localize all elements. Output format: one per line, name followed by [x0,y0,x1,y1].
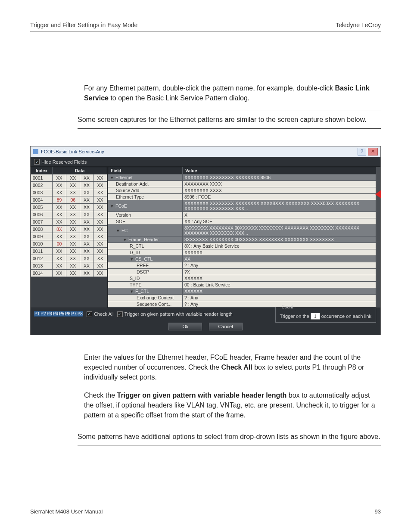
cell-byte[interactable]: XX [93,262,107,270]
cell-byte[interactable]: XX [53,218,66,226]
cell-byte[interactable]: XX [80,226,93,233]
tree-group[interactable]: ▾F_CTLXXXXXX [108,288,380,295]
tree-leaf[interactable]: S_IDXXXXXX [108,275,380,282]
cell-byte[interactable]: XX [93,174,107,182]
data-grid[interactable]: Index Data 0001XXXXXXXX0002XXXXXXXX0003X… [31,167,107,277]
cell-byte[interactable]: XX [93,204,107,211]
tree-leaf[interactable]: Source Add.XXXXXXXX XXXX [108,187,380,194]
cell-byte[interactable]: XX [80,270,93,277]
port-button-p4[interactable]: P4 [53,311,59,317]
expander-icon[interactable]: ▾ [130,289,134,293]
cell-byte[interactable]: XX [53,233,66,240]
help-button[interactable]: ? [358,148,366,156]
tree-leaf[interactable]: Exchange Context? : Any [108,295,380,301]
cell-byte[interactable]: XX [93,211,107,218]
tree-group[interactable]: ▾FCoEXXXXXXXX XXXXXXXX XXXXXXXX XXXX8XXX… [108,200,380,212]
ok-button[interactable]: Ok [168,323,202,330]
variable-header-checkbox[interactable]: ✓ Trigger on given pattern with variable… [117,311,233,317]
field-value[interactable]: ?X [183,269,380,275]
field-value[interactable]: X [183,212,380,218]
cell-byte[interactable]: XX [66,174,80,182]
cell-byte[interactable]: 00 [53,240,66,248]
cell-byte[interactable]: XX [53,211,66,218]
data-row[interactable]: 0014XXXXXXXX [31,270,107,277]
field-value[interactable]: XX [183,256,380,262]
cell-byte[interactable]: XX [80,262,93,270]
cell-byte[interactable]: XX [80,240,93,248]
scrollbar[interactable] [376,167,380,308]
close-button[interactable]: ✕ [368,148,378,156]
cell-byte[interactable]: 06 [66,196,80,204]
cell-byte[interactable]: XX [80,218,93,226]
cell-byte[interactable]: XX [93,248,107,255]
cell-byte[interactable]: XX [53,270,66,277]
data-row[interactable]: 0005XXXXXXXX [31,204,107,211]
tree-group[interactable]: ▾FC8XXXXXXX XXXXXXXX 00XXXXXX XXXXXXXX X… [108,225,380,236]
check-all-checkbox[interactable]: ✓ Check All [87,311,114,317]
tree-group[interactable]: ▾Frame_Header8XXXXXXX XXXXXXXX 00XXXXXX … [108,236,380,243]
field-value[interactable]: 00 : Basic Link Service [183,282,380,288]
expander-icon[interactable]: ▾ [116,229,120,233]
port-button-p1[interactable]: P1 [34,311,40,317]
field-value[interactable]: 8XXXXXXX XXXXXXXX 00XXXXXX XXXXXXXX XXXX… [183,225,380,236]
field-value[interactable]: XXXXXXXX XXXX [183,187,380,194]
cell-byte[interactable]: XX [80,189,93,196]
cell-byte[interactable]: XX [80,204,93,211]
data-row[interactable]: 0012XXXXXXXX [31,255,107,262]
field-value[interactable]: XXXXXXXX XXXXXXXX XXXXXXXX XXXX8XXX XXXX… [183,200,380,212]
cell-byte[interactable]: XX [93,189,107,196]
cell-byte[interactable]: XX [93,218,107,226]
data-row[interactable]: 00088XXXXXXX [31,226,107,233]
cell-byte[interactable]: XX [66,182,80,189]
cell-byte[interactable]: XX [53,248,66,255]
field-tree[interactable]: Field Value ▾EthernetXXXXXXXX XXXXXXXX X… [108,167,380,308]
expander-icon[interactable]: ▾ [130,257,134,261]
port-button-p3[interactable]: P3 [46,311,52,317]
count-input[interactable] [311,313,320,320]
tree-leaf[interactable]: DSCP?X [108,269,380,275]
field-value[interactable]: 8XXXXXXX XXXXXXXX 00XXXXXX XXXXXXXX XXXX… [183,236,380,243]
data-row[interactable]: 0013XXXXXXXX [31,262,107,270]
cell-byte[interactable]: XX [66,270,80,277]
cell-byte[interactable]: XX [66,248,80,255]
tree-leaf[interactable]: TYPE00 : Basic Link Service [108,282,380,288]
cell-byte[interactable]: XX [93,270,107,277]
expander-icon[interactable]: ▾ [110,204,114,208]
port-button-p6[interactable]: P6 [65,311,71,317]
cell-byte[interactable]: XX [66,204,80,211]
cell-byte[interactable]: XX [80,196,93,204]
cell-byte[interactable]: XX [93,182,107,189]
cell-byte[interactable]: XX [80,255,93,262]
port-button-p7[interactable]: P7 [71,311,77,317]
port-button-p5[interactable]: P5 [59,311,65,317]
cancel-button[interactable]: Cancel [209,323,243,330]
field-value[interactable]: 8906 : FCOE [183,194,380,200]
cell-byte[interactable]: XX [66,255,80,262]
tree-leaf[interactable]: D_IDXXXXXX [108,249,380,256]
field-value[interactable]: XXXXXX [183,249,380,256]
tree-leaf[interactable]: VersionX [108,212,380,218]
field-value[interactable]: 8X : Any Basic Link Service [183,243,380,249]
cell-byte[interactable]: XX [66,218,80,226]
cell-byte[interactable]: XX [53,204,66,211]
tree-leaf[interactable]: Destination Add.XXXXXXXX XXXX [108,181,380,187]
tree-group[interactable]: ▾CS_CTLXX [108,256,380,262]
field-value[interactable]: ? : Any [183,295,380,301]
cell-byte[interactable]: XX [66,233,80,240]
cell-byte[interactable]: XX [80,211,93,218]
cell-byte[interactable]: XX [93,240,107,248]
expander-icon[interactable]: ▾ [110,176,114,180]
field-value[interactable]: XXXXXX [183,288,380,295]
field-value[interactable]: XXXXXX [183,275,380,282]
cell-byte[interactable]: 89 [53,196,66,204]
data-row[interactable]: 0002XXXXXXXX [31,182,107,189]
cell-byte[interactable]: XX [66,189,80,196]
field-value[interactable]: XXXXXXXX XXXXXXXX XXXXXXXX 8906 [183,174,380,181]
port-button-p8[interactable]: P8 [77,311,83,317]
data-row[interactable]: 00048906XXXX [31,196,107,204]
data-row[interactable]: 0009XXXXXXXX [31,233,107,240]
field-value[interactable]: XX : Any SOF [183,218,380,225]
data-row[interactable]: 0006XXXXXXXX [31,211,107,218]
tree-group[interactable]: ▾EthernetXXXXXXXX XXXXXXXX XXXXXXXX 8906 [108,174,380,181]
port-button-p2[interactable]: P2 [40,311,46,317]
